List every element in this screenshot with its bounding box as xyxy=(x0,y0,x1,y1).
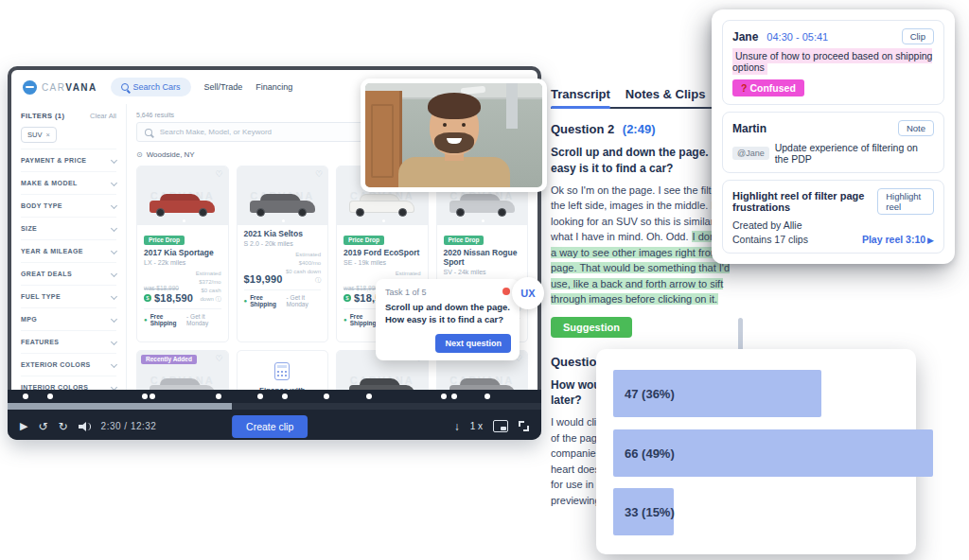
favorite-heart-icon[interactable]: ♡ xyxy=(215,354,222,363)
highlight-reel-badge: Highlight reel xyxy=(877,188,934,215)
car-card[interactable]: CARVANA ♡ Recently Added 2019 Ford Escap… xyxy=(136,350,229,391)
clip-marker[interactable] xyxy=(142,394,148,399)
car-card[interactable]: CARVANA ♡ 2021 Kia Seltos S 2.0 - 20k mi… xyxy=(237,166,329,342)
clip-note-text: Unsure of how to proceed based on shippi… xyxy=(732,50,934,73)
filter-section-make-model[interactable]: MAKE & MODEL xyxy=(21,171,116,194)
clip-marker[interactable] xyxy=(451,394,457,399)
tab-notes-clips[interactable]: Notes & Clips xyxy=(625,87,706,101)
clip-marker[interactable] xyxy=(484,394,490,399)
carvana-logo-icon xyxy=(23,80,37,95)
price-drop-badge: Price Drop xyxy=(144,236,185,245)
car-title[interactable]: 2019 Ford EcoSport xyxy=(344,248,421,257)
chevron-down-icon xyxy=(111,271,117,277)
tab-transcript[interactable]: Transcript xyxy=(551,87,610,101)
suggestion-badge[interactable]: Suggestion xyxy=(551,317,632,338)
filter-section-fuel-type[interactable]: FUEL TYPE xyxy=(21,285,116,307)
note-author: Jane xyxy=(732,30,758,44)
active-filter-chip[interactable]: SUV × xyxy=(21,127,57,143)
video-timeline[interactable] xyxy=(8,390,541,411)
chevron-down-icon xyxy=(111,248,117,254)
filters-sidebar: FILTERS (1) Clear All SUV × PAYMENT & PR… xyxy=(11,104,127,390)
task-popup: Task 1 of 5 Scroll up and down the page.… xyxy=(376,279,520,360)
clip-time-range[interactable]: 04:30 - 05:41 xyxy=(766,31,828,43)
car-trim: SV - 24k miles xyxy=(444,269,521,275)
note-item[interactable]: Martin Note @Jane Update experience of f… xyxy=(722,112,944,173)
clip-marker[interactable] xyxy=(23,394,28,399)
remove-filter-icon[interactable]: × xyxy=(45,131,49,139)
clip-marker[interactable] xyxy=(282,394,288,399)
rewind-button[interactable]: ↺ xyxy=(38,421,47,432)
clip-marker[interactable] xyxy=(257,394,263,399)
question-2-label: Question 2 xyxy=(551,122,614,136)
car-illustration xyxy=(349,194,414,217)
filter-section-body-type[interactable]: BODY TYPE xyxy=(21,194,116,217)
chevron-down-icon xyxy=(111,157,117,164)
filter-section-interior-colors[interactable]: INTERIOR COLORS xyxy=(21,376,116,390)
filter-section-great-deals[interactable]: GREAT DEALS xyxy=(21,262,116,285)
filter-section-payment-price[interactable]: PAYMENT & PRICE xyxy=(21,149,116,171)
next-question-button[interactable]: Next question xyxy=(435,334,511,353)
search-icon xyxy=(145,129,152,136)
filter-section-exterior-colors[interactable]: EXTERIOR COLORS xyxy=(21,353,116,376)
create-clip-button[interactable]: Create clip xyxy=(232,415,308,438)
favorite-heart-icon[interactable]: ♡ xyxy=(315,169,323,179)
clip-marker[interactable] xyxy=(216,394,221,399)
car-card[interactable]: CARVANA ♡ Price Drop 2017 Kia Sportage L… xyxy=(136,166,229,342)
car-title[interactable]: 2021 Kia Seltos xyxy=(244,229,322,238)
fullscreen-icon[interactable] xyxy=(519,421,529,431)
question-2-timestamp[interactable]: (2:49) xyxy=(623,122,656,136)
clip-marker[interactable] xyxy=(47,394,53,399)
carvana-logo[interactable]: CARVANA xyxy=(23,80,97,95)
clip-marker[interactable] xyxy=(150,394,155,399)
task-step-label: Task 1 of 5 xyxy=(385,288,510,297)
clip-badge: Clip xyxy=(902,28,934,44)
webcam-door xyxy=(365,91,402,187)
mention-chip[interactable]: @Jane xyxy=(732,147,769,160)
filter-section-year-mileage[interactable]: YEAR & MILEAGE xyxy=(21,239,116,262)
search-icon xyxy=(121,83,129,91)
car-trim: S 2.0 - 20k miles xyxy=(244,240,322,247)
clear-all-link[interactable]: Clear All xyxy=(90,112,116,120)
forward-button[interactable]: ↻ xyxy=(59,421,68,432)
chevron-down-icon xyxy=(111,180,117,186)
car-illustration xyxy=(349,378,414,391)
car-title[interactable]: 2017 Kia Sportage xyxy=(144,248,221,257)
car-illustration xyxy=(449,378,515,391)
chart-bar[interactable]: 47 (36%) xyxy=(613,370,821,417)
participant-torso xyxy=(398,157,510,191)
chart-bar[interactable]: 66 (49%) xyxy=(613,429,933,477)
highlight-reel-item[interactable]: Highlight reel of filter page frustratio… xyxy=(722,180,944,254)
filters-title: FILTERS (1) xyxy=(21,112,64,120)
filter-section-mpg[interactable]: MPG xyxy=(21,307,116,330)
play-button[interactable]: ▶ xyxy=(20,421,27,431)
filter-chip-label: SUV xyxy=(27,131,42,139)
bar-label: 33 (15%) xyxy=(625,505,675,519)
nav-search-cars[interactable]: Search Cars xyxy=(111,78,191,96)
car-trim: SE - 19k miles xyxy=(344,259,421,266)
nav-sell-trade[interactable]: Sell/Trade xyxy=(204,82,243,92)
filter-section-features[interactable]: FEATURES xyxy=(21,330,116,353)
volume-icon[interactable] xyxy=(79,422,91,431)
confused-tag[interactable]: ?Confused xyxy=(732,79,804,96)
finance-promo-card: Finance with Carvana Real, personalized … xyxy=(237,350,329,391)
playback-speed[interactable]: 1 x xyxy=(470,421,483,431)
progress-track[interactable] xyxy=(8,403,541,410)
task-question: Scroll up and down the page. How easy is… xyxy=(385,301,510,326)
clip-note-item[interactable]: Jane 04:30 - 05:41 Clip Unsure of how to… xyxy=(722,20,944,105)
participant-webcam[interactable] xyxy=(361,79,547,192)
favorite-heart-icon[interactable]: ♡ xyxy=(215,169,222,179)
picture-in-picture-icon[interactable] xyxy=(493,420,508,432)
survey-results-chart: 47 (36%) 66 (49%) 33 (15%) xyxy=(596,349,916,554)
download-icon[interactable]: ↓ xyxy=(454,421,460,432)
ux-badge[interactable]: UX xyxy=(512,277,544,309)
clip-marker[interactable] xyxy=(441,394,447,399)
play-reel-button[interactable]: Play reel 3:10▶ xyxy=(862,234,934,245)
transcript-tabs: Transcript Notes & Clips xyxy=(551,87,727,109)
nav-financing[interactable]: Financing xyxy=(255,82,292,92)
clip-marker[interactable] xyxy=(324,394,329,399)
car-title[interactable]: 2020 Nissan Rogue Sport xyxy=(444,248,521,267)
clip-marker[interactable] xyxy=(366,394,372,399)
chart-bar[interactable]: 33 (15%) xyxy=(613,488,674,535)
shipping-dot-icon: ● xyxy=(344,317,347,323)
filter-section-size[interactable]: SIZE xyxy=(21,217,116,239)
